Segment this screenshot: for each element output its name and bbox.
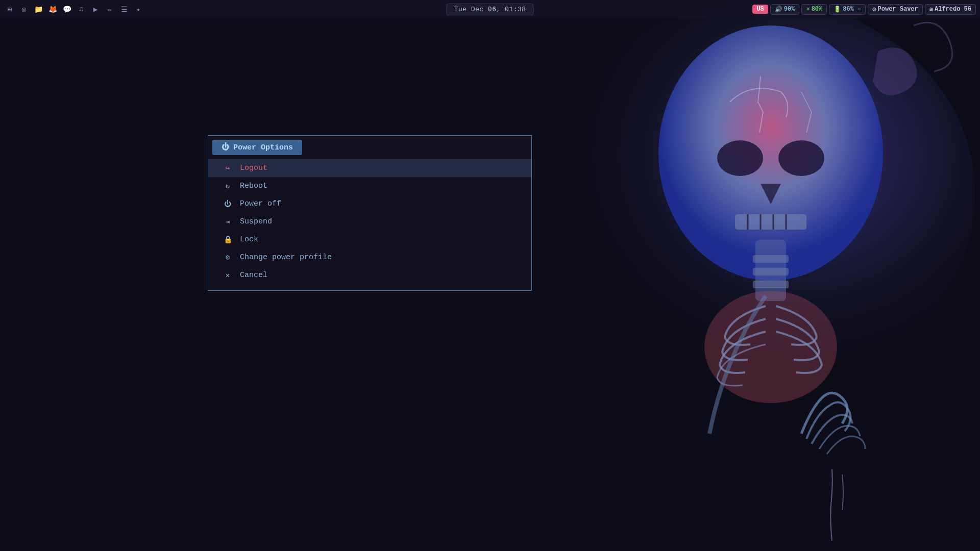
status-area: US 🔊 90% ☀ 80% 🔋 86% – ⊘ Power Saver ≋ A…: [752, 4, 976, 15]
cancel-label: Cancel: [240, 271, 267, 280]
svg-rect-4: [735, 214, 806, 230]
brightness-icon: ☀: [806, 6, 810, 13]
clock: Tue Dec 06, 01:38: [446, 4, 533, 15]
svg-point-3: [778, 140, 824, 176]
power-item-suspend[interactable]: ⇥ Suspend: [208, 213, 531, 231]
power-item-change-profile[interactable]: ⚙ Change power profile: [208, 248, 531, 266]
power-item-poweroff[interactable]: ⏻ Power off: [208, 195, 531, 213]
logout-label: Logout: [240, 164, 267, 172]
files-icon[interactable]: 📁: [33, 4, 44, 15]
svg-rect-11: [753, 268, 789, 276]
zen-icon[interactable]: ◎: [18, 4, 30, 15]
power-profile-indicator[interactable]: ⊘ Power Saver: [868, 4, 922, 15]
tools-icon[interactable]: ✦: [133, 4, 144, 15]
text-icon[interactable]: ☰: [118, 4, 130, 15]
lock-icon: 🔒: [223, 235, 233, 244]
keyboard-layout-indicator[interactable]: US: [752, 5, 768, 14]
poweroff-label: Power off: [240, 199, 281, 208]
power-options-dialog: ⏻ Power Options ↪ Logout ↻ Reboot ⏻ Powe…: [208, 135, 532, 291]
logout-icon: ↪: [223, 164, 233, 172]
power-item-cancel[interactable]: ✕ Cancel: [208, 266, 531, 284]
svg-rect-10: [753, 255, 789, 263]
volume-icon: 🔊: [775, 6, 782, 13]
power-title-label: Power Options: [233, 143, 293, 152]
wifi-label: Alfredo 5G: [935, 6, 971, 13]
power-item-reboot[interactable]: ↻ Reboot: [208, 177, 531, 195]
music-icon[interactable]: ♫: [76, 4, 87, 15]
brightness-label: 80%: [812, 6, 823, 13]
topbar-center: Tue Dec 06, 01:38: [446, 4, 533, 15]
volume-indicator[interactable]: 🔊 90%: [770, 4, 800, 15]
keyboard-layout-label: US: [756, 6, 764, 13]
topbar: ⊞ ◎ 📁 🦊 💬 ♫ ▶ ✏ ☰ ✦ Tue Dec 06, 01:38 US…: [0, 0, 980, 18]
cancel-icon: ✕: [223, 271, 233, 280]
lock-label: Lock: [240, 235, 258, 244]
firefox-icon[interactable]: 🦊: [47, 4, 58, 15]
video-icon[interactable]: ▶: [90, 4, 101, 15]
wifi-icon: ≋: [929, 6, 933, 13]
suspend-icon: ⇥: [223, 217, 233, 226]
power-title-icon: ⏻: [222, 143, 229, 152]
power-item-lock[interactable]: 🔒 Lock: [208, 231, 531, 248]
poweroff-icon: ⏻: [223, 200, 233, 208]
taskbar-icons: ⊞ ◎ 📁 🦊 💬 ♫ ▶ ✏ ☰ ✦: [4, 4, 144, 15]
change-power-profile-label: Change power profile: [240, 253, 332, 262]
pen-icon[interactable]: ✏: [104, 4, 115, 15]
power-dialog-title: ⏻ Power Options: [212, 140, 302, 155]
svg-point-2: [717, 140, 763, 176]
power-dialog-items: ↪ Logout ↻ Reboot ⏻ Power off ⇥ Suspend …: [208, 155, 531, 290]
suspend-label: Suspend: [240, 217, 272, 226]
power-item-logout[interactable]: ↪ Logout: [208, 159, 531, 177]
gear-icon: ⚙: [223, 253, 233, 262]
chat-icon[interactable]: 💬: [61, 4, 72, 15]
reboot-icon: ↻: [223, 182, 233, 190]
power-profile-label: Power Saver: [878, 6, 918, 13]
apps-grid-icon[interactable]: ⊞: [4, 4, 15, 15]
wifi-indicator[interactable]: ≋ Alfredo 5G: [925, 4, 976, 15]
battery-icon: 🔋: [834, 6, 841, 13]
battery-indicator[interactable]: 🔋 86% –: [829, 4, 866, 15]
power-profile-icon: ⊘: [872, 6, 876, 13]
reboot-label: Reboot: [240, 182, 267, 190]
volume-label: 90%: [784, 6, 795, 13]
battery-label: 86% –: [843, 6, 861, 13]
svg-rect-12: [753, 281, 789, 288]
brightness-indicator[interactable]: ☀ 80%: [801, 4, 827, 15]
